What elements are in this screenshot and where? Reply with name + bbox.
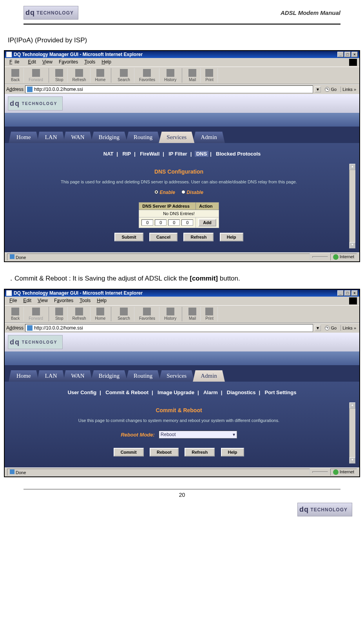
msn-icon[interactable] — [349, 297, 357, 304]
enable-radio[interactable] — [154, 190, 158, 194]
menu-edit[interactable]: Edit — [21, 297, 34, 304]
submenu-dns[interactable]: DNS — [195, 151, 208, 157]
stop-button[interactable]: Stop — [51, 307, 68, 321]
reboot-button[interactable]: Reboot — [150, 448, 179, 456]
vertical-scrollbar[interactable]: ▴▾ — [349, 164, 355, 248]
maximize-button[interactable]: □ — [344, 290, 351, 296]
ip-octet-2[interactable]: 0 — [155, 219, 167, 226]
minimize-button[interactable]: _ — [337, 290, 344, 296]
ip-octet-1[interactable]: 0 — [141, 219, 153, 226]
commit-button[interactable]: Commit — [114, 448, 144, 456]
submenu-ipfilter[interactable]: IP Filter — [167, 151, 188, 157]
menu-help[interactable]: Help — [99, 59, 114, 66]
menu-view[interactable]: View — [35, 297, 50, 304]
col-action: Action — [196, 203, 219, 210]
tab-lan[interactable]: LAN — [37, 370, 65, 382]
add-button[interactable]: Add — [198, 219, 216, 226]
home-button[interactable]: Home — [91, 307, 112, 321]
internet-zone-icon — [333, 254, 339, 260]
status-bar: Done Internet — [5, 252, 359, 261]
home-button[interactable]: Home — [91, 68, 112, 83]
stop-button[interactable]: Stop — [51, 68, 68, 83]
submit-button[interactable]: Submit — [114, 233, 143, 241]
disable-radio[interactable] — [181, 190, 185, 194]
favorites-button[interactable]: Favorites — [135, 307, 159, 321]
search-button[interactable]: Search — [114, 307, 134, 321]
menu-help[interactable]: Help — [94, 297, 109, 304]
submenu-diagnostics[interactable]: Diagnostics — [225, 389, 257, 395]
tab-wan[interactable]: WAN — [63, 370, 92, 382]
tab-bridging[interactable]: Bridging — [91, 132, 127, 143]
back-button[interactable]: Back — [7, 307, 24, 321]
ie-icon — [6, 52, 12, 57]
tab-routing[interactable]: Routing — [126, 370, 160, 382]
tab-routing[interactable]: Routing — [126, 132, 160, 143]
submenu-imageupgrade[interactable]: Image Upgrade — [156, 389, 196, 395]
cancel-button[interactable]: Cancel — [149, 233, 177, 241]
submenu-rip[interactable]: RIP — [121, 151, 133, 157]
ip-octet-4[interactable]: 0 — [181, 219, 193, 226]
refresh-button[interactable]: Refresh — [69, 68, 91, 83]
address-dropdown-icon[interactable]: ▾ — [315, 325, 321, 331]
ip-octet-3[interactable]: 0 — [168, 219, 180, 226]
go-button[interactable]: ↷Go — [322, 325, 339, 331]
favorites-button[interactable]: Favorites — [135, 68, 159, 83]
address-bar: Address http://10.0.0.2/home.ssi ▾ ↷Go L… — [5, 84, 359, 94]
mail-button[interactable]: Mail — [185, 307, 201, 321]
tab-wan[interactable]: WAN — [63, 132, 92, 143]
refresh-button[interactable]: Refresh — [69, 307, 91, 321]
refresh-page-button[interactable]: Refresh — [183, 233, 214, 241]
help-button[interactable]: Help — [221, 448, 244, 456]
print-button[interactable]: Print — [201, 68, 218, 83]
vertical-scrollbar[interactable]: ▴▾ — [349, 402, 355, 464]
links-button[interactable]: Links » — [340, 87, 358, 92]
menu-file[interactable]: File — [7, 59, 24, 66]
submenu-portsettings[interactable]: Port Settings — [263, 389, 298, 395]
tab-admin[interactable]: Admin — [193, 370, 225, 382]
submenu-userconfig[interactable]: User Config — [66, 389, 98, 395]
history-button[interactable]: History — [160, 68, 182, 83]
tab-services[interactable]: Services — [159, 132, 194, 143]
address-input[interactable]: http://10.0.0.2/home.ssi — [25, 85, 313, 93]
history-button[interactable]: History — [160, 307, 182, 321]
menu-favorites[interactable]: Favorites — [56, 59, 80, 66]
tab-home[interactable]: Home — [9, 370, 39, 382]
address-label: Address — [6, 325, 24, 331]
address-input[interactable]: http://10.0.0.2/home.ssi — [25, 324, 313, 332]
msn-icon[interactable] — [349, 59, 357, 66]
address-dropdown-icon[interactable]: ▾ — [315, 86, 321, 92]
close-button[interactable]: × — [351, 290, 358, 296]
tab-lan[interactable]: LAN — [37, 132, 65, 143]
maximize-button[interactable]: □ — [344, 52, 351, 57]
tab-admin[interactable]: Admin — [193, 132, 225, 143]
submenu-blocked[interactable]: Blocked Protocols — [214, 151, 262, 157]
close-button[interactable]: × — [351, 52, 358, 57]
help-button[interactable]: Help — [220, 233, 243, 241]
refresh-page-button[interactable]: Refresh — [185, 448, 215, 456]
tab-bridging[interactable]: Bridging — [91, 370, 127, 382]
submenu-firewall[interactable]: FireWall — [138, 151, 161, 157]
reboot-mode-select[interactable]: Reboot▾ — [159, 431, 237, 438]
tab-services[interactable]: Services — [159, 370, 194, 382]
go-button[interactable]: ↷Go — [322, 87, 339, 92]
mail-button[interactable]: Mail — [185, 68, 201, 83]
page-number: 20 — [179, 492, 185, 498]
minimize-button[interactable]: _ — [337, 52, 344, 57]
submenu-nat[interactable]: NAT — [102, 151, 115, 157]
submenu-commit[interactable]: Commit & Reboot — [104, 389, 150, 395]
links-button[interactable]: Links » — [340, 325, 358, 331]
menu-tools[interactable]: Tools — [77, 297, 93, 304]
tab-home[interactable]: Home — [9, 132, 39, 143]
browser-window-commit: DQ Technology Manager GUI - Microsoft In… — [4, 289, 360, 477]
submenu-alarm[interactable]: Alarm — [202, 389, 219, 395]
window-titlebar: DQ Technology Manager GUI - Microsoft In… — [5, 290, 359, 297]
menu-tools[interactable]: Tools — [82, 59, 98, 66]
menu-edit[interactable]: Edit — [25, 59, 38, 66]
menu-view[interactable]: View — [40, 59, 55, 66]
back-button[interactable]: Back — [7, 68, 24, 83]
print-button[interactable]: Print — [201, 307, 218, 321]
menu-file[interactable]: File — [7, 297, 19, 304]
brand-strip: dq TECHNOLOGY — [5, 94, 359, 113]
search-button[interactable]: Search — [114, 68, 134, 83]
menu-favorites[interactable]: Favorites — [52, 297, 76, 304]
